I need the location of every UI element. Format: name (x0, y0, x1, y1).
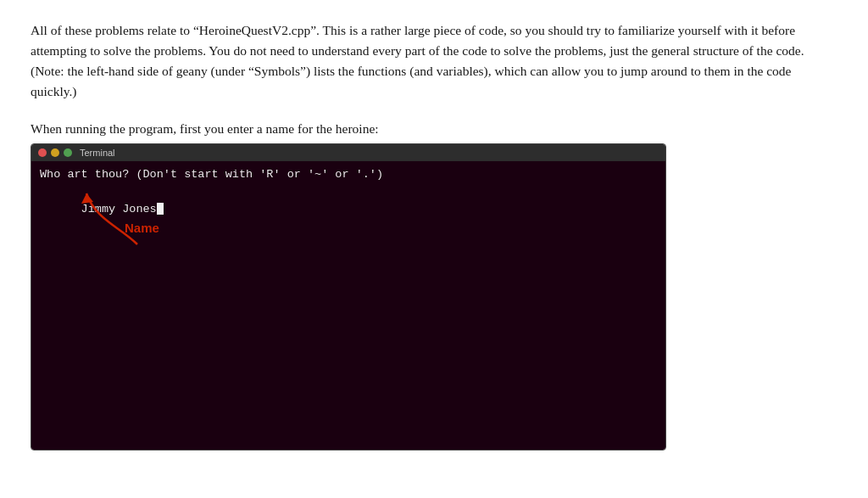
terminal-title: Terminal (80, 146, 115, 160)
running-label: When running the program, first you ente… (31, 119, 837, 138)
intro-paragraph: All of these problems relate to “Heroine… (31, 20, 837, 102)
terminal-dot-yellow (51, 148, 59, 157)
terminal-prompt-line: Who art thou? (Don't start with 'R' or '… (40, 166, 657, 183)
terminal-window: Terminal Who art thou? (Don't start with… (31, 143, 666, 450)
terminal-titlebar: Terminal (31, 144, 665, 161)
svg-marker-0 (81, 193, 93, 204)
terminal-body: Who art thou? (Don't start with 'R' or '… (31, 161, 665, 450)
terminal-dot-red (38, 148, 47, 157)
terminal-dot-green (64, 148, 72, 157)
name-annotation-label: Name (125, 219, 159, 238)
